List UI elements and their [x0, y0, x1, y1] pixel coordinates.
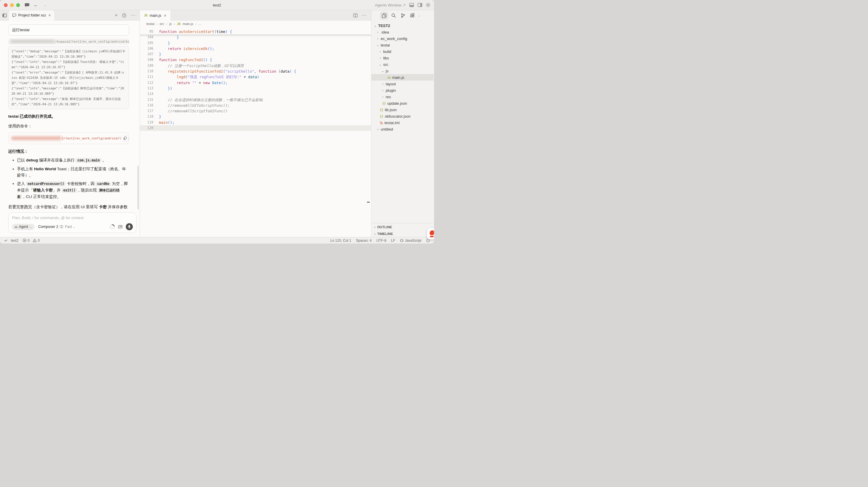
agent-mode-dropdown[interactable]: ∞ Agent ⌄ [12, 224, 35, 230]
source-control-icon[interactable] [399, 12, 407, 20]
agents-window-link[interactable]: Agents Window↗ [375, 3, 406, 7]
tree-item-plugin[interactable]: ›plugin [371, 87, 434, 93]
composer-input[interactable]: Plan, Build, / for commands, @ for conte… [8, 212, 136, 233]
code-line[interactable]: 107} [140, 52, 371, 57]
log-output[interactable]: {"level":"debug","message":"【远程设备】(js/ma… [8, 46, 129, 109]
code-line[interactable]: 119main(); [140, 120, 371, 125]
toggle-sidebar-icon[interactable] [0, 13, 9, 17]
chat-scrollbar[interactable] [137, 166, 139, 209]
back-button[interactable]: ← [33, 2, 38, 8]
code-line[interactable]: 113 }) [140, 86, 371, 91]
problems-indicator[interactable]: 0 0 [23, 238, 40, 242]
breadcrumb-item[interactable]: main.js [183, 22, 193, 26]
code-line[interactable]: 118} [140, 114, 371, 119]
new-chat-button[interactable]: + [115, 13, 118, 18]
language-mode[interactable]: {}JavaScript [400, 238, 422, 242]
settings-gear-icon[interactable] [426, 3, 431, 7]
code-line[interactable]: 105 } [140, 40, 371, 46]
code-line[interactable]: 117 //removeAllScriptToUIFunc() [140, 108, 371, 114]
eol-setting[interactable]: LF [391, 238, 395, 242]
red-logo-glyph [430, 236, 434, 237]
model-selector[interactable]: Composer 2 Fast⌄ [38, 225, 75, 229]
breadcrumb-separator: › [157, 22, 158, 26]
copy-command-button[interactable] [122, 135, 128, 141]
file-tree[interactable]: ⌄TEST2›.idea›ec_work_config⌄testai›build… [371, 21, 434, 223]
chat-tab[interactable]: Project folder scanni... × [9, 10, 54, 21]
code-line[interactable]: 110 registeScriptFunctionToUI("scripthel… [140, 68, 371, 74]
editor-tab-close-icon[interactable]: × [164, 13, 166, 18]
chat-conversation[interactable]: 运行testai rkspace2/test2/ec_work_config/a… [0, 21, 140, 209]
tree-item-label: ec_work_config [381, 36, 407, 41]
split-editor-icon[interactable] [353, 13, 358, 17]
search-icon[interactable] [390, 12, 397, 20]
code-line[interactable]: 114 [140, 91, 371, 97]
workspace-name[interactable]: test2 [11, 238, 19, 242]
tree-item-testai-iml[interactable]: testai.iml [371, 119, 434, 126]
tree-item-layout[interactable]: ›layout [371, 81, 434, 87]
encoding-setting[interactable]: UTF-8 [376, 238, 386, 242]
chevron-down-icon: ⌄ [379, 63, 382, 66]
status-bar: >< test2 0 0 Ln 120, Col 1 Spaces: 4 UTF… [0, 237, 434, 244]
chat-more-icon[interactable]: ··· [131, 13, 135, 18]
code-line[interactable]: 115 // 在合适的时候移出注册的函数，一般不移出已不会影响 [140, 97, 371, 103]
tree-item-lib-json[interactable]: {}lib.json [371, 107, 434, 113]
toggle-right-panel-icon[interactable] [417, 3, 422, 7]
remote-window-button[interactable]: >< [4, 239, 7, 242]
floating-app-icon[interactable] [427, 228, 434, 239]
chat-history-icon[interactable] [122, 13, 126, 18]
chat-tab-close-icon[interactable]: × [49, 13, 51, 18]
sticky-scroll-line[interactable]: 95function autoServiceStart(time) { [140, 27, 371, 34]
extensions-icon[interactable] [408, 12, 416, 20]
error-icon [23, 238, 26, 242]
forward-button[interactable]: → [42, 2, 47, 8]
code-line[interactable]: 109 // 注册一个scripthello函数，UI可以调用 [140, 63, 371, 68]
tree-item-ec-work-config[interactable]: ›ec_work_config [371, 35, 434, 42]
tree-item--idea[interactable]: ›.idea [371, 29, 434, 35]
breadcrumb-item[interactable]: testai [146, 22, 155, 26]
chat-bubble-icon[interactable] [25, 3, 29, 7]
code-line[interactable]: 106 return isServiceOk(); [140, 46, 371, 52]
tree-item-obfuscator-json[interactable]: {}obfuscator.json [371, 113, 434, 119]
tree-item-untitled[interactable]: ›untitled [371, 126, 434, 132]
tree-item-test2[interactable]: ⌄TEST2 [371, 22, 434, 29]
breadcrumb-item[interactable]: js [169, 22, 172, 26]
editor-tab-mainjs[interactable]: JS main.js × [140, 10, 171, 21]
timeline-section[interactable]: › TIMELINE [371, 230, 434, 237]
tree-item-js[interactable]: ⌄js [371, 68, 434, 74]
tree-item-src[interactable]: ⌄src [371, 61, 434, 68]
sidebar-views-chevron-icon[interactable]: ⌄ [418, 14, 420, 17]
tree-item-libs[interactable]: ›libs [371, 55, 434, 61]
close-window-button[interactable] [4, 3, 8, 7]
minimize-window-button[interactable] [10, 3, 14, 7]
tree-item-label: testai [381, 43, 390, 47]
tree-item-main-js[interactable]: JSmain.js [371, 74, 434, 81]
chat-header: Project folder scanni... × + ··· [0, 10, 140, 21]
code-editor[interactable]: 95function autoServiceStart(time) { 104 … [140, 27, 371, 237]
code-line[interactable]: 112 return "" + new Date(); [140, 80, 371, 86]
outline-section[interactable]: › OUTLINE [371, 224, 434, 230]
cursor-position[interactable]: Ln 120, Col 1 [330, 238, 351, 242]
code-line[interactable]: 108function regFuncToUI() { [140, 57, 371, 63]
chevron-right-icon: › [376, 127, 379, 131]
tree-item-testai[interactable]: ⌄testai [371, 42, 434, 48]
chevron-right-icon: › [374, 232, 375, 235]
code-line[interactable]: 120 [140, 125, 371, 131]
code-line[interactable]: 116 //removeAllUIToScriptFunc(); [140, 103, 371, 108]
code-line[interactable]: 95function autoServiceStart(time) { [140, 29, 232, 34]
chevron-right-icon: › [381, 88, 384, 92]
user-message[interactable]: 运行testai [8, 24, 129, 36]
attach-image-icon[interactable] [118, 225, 123, 229]
breadcrumb-item[interactable]: src [160, 22, 164, 26]
breadcrumb[interactable]: testai›src›js›JSmain.js›... [140, 21, 371, 27]
code-line[interactable]: 111 logd("我是 regFuncToUI 的打印:" + data) [140, 74, 371, 80]
tree-item-update-json[interactable]: {}update.json [371, 100, 434, 107]
tree-item-build[interactable]: ›build [371, 48, 434, 55]
breadcrumb-item[interactable]: ... [198, 22, 202, 26]
toggle-bottom-panel-icon[interactable] [409, 3, 414, 7]
explorer-view-icon[interactable] [380, 12, 388, 20]
tree-item-res[interactable]: ›res [371, 93, 434, 100]
editor-more-icon[interactable]: ··· [362, 13, 366, 18]
indentation-setting[interactable]: Spaces: 4 [356, 238, 371, 242]
zoom-window-button[interactable] [16, 3, 20, 7]
voice-input-button[interactable] [126, 223, 133, 230]
